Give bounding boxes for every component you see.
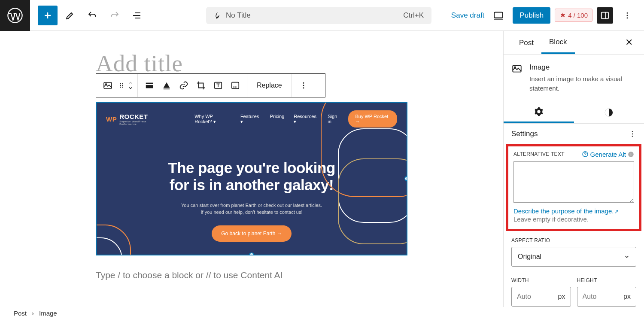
svg-point-3 — [627, 12, 628, 13]
svg-point-25 — [632, 133, 633, 134]
redo-button[interactable] — [105, 6, 125, 25]
svg-point-11 — [122, 85, 123, 86]
post-title-input[interactable]: Add title — [96, 50, 503, 77]
svg-rect-14 — [146, 83, 153, 84]
command-bar[interactable]: No Title Ctrl+K — [206, 7, 431, 24]
settings-sidebar: Post Block ✕ Image Insert an image to ma… — [503, 31, 644, 307]
align-button[interactable] — [141, 77, 158, 94]
tab-post[interactable]: Post — [511, 32, 541, 53]
svg-point-18 — [303, 82, 304, 84]
svg-point-10 — [120, 85, 121, 86]
svg-point-13 — [122, 87, 123, 88]
block-name: Image — [529, 63, 636, 72]
generate-alt-button[interactable]: Generate Alt — [582, 151, 634, 158]
svg-rect-2 — [601, 12, 609, 18]
tab-block[interactable]: Block — [541, 31, 575, 54]
svg-point-12 — [120, 87, 121, 88]
svg-rect-15 — [146, 85, 153, 88]
move-down-button[interactable] — [127, 85, 134, 91]
svg-point-9 — [122, 83, 123, 85]
svg-point-19 — [303, 85, 304, 86]
alt-text-help: Leave empty if decorative. — [513, 216, 634, 223]
editor-canvas[interactable]: Add title — [0, 31, 503, 307]
document-overview-button[interactable] — [127, 6, 147, 25]
width-label: WIDTH — [511, 277, 529, 283]
caption-button[interactable] — [158, 77, 175, 94]
preview-button[interactable] — [489, 6, 508, 25]
svg-point-22 — [514, 67, 516, 68]
edit-tool-button[interactable] — [60, 6, 80, 25]
settings-more-button[interactable] — [629, 130, 636, 138]
publish-button[interactable]: Publish — [513, 7, 550, 24]
close-sidebar-button[interactable]: ✕ — [622, 35, 636, 50]
svg-point-4 — [627, 15, 628, 16]
command-shortcut: Ctrl+K — [403, 11, 424, 20]
drag-handle[interactable] — [117, 77, 126, 94]
wp-rocket-logo: WP ROCKET Superior WordPress Performance — [106, 113, 160, 125]
duotone-button[interactable] — [227, 77, 243, 94]
svg-point-24 — [632, 131, 633, 132]
svg-point-8 — [120, 83, 121, 85]
width-input[interactable] — [517, 293, 558, 301]
editor-topbar: No Title Ctrl+K Save draft Publish 4 / 1… — [0, 0, 644, 31]
text-overlay-button[interactable] — [210, 77, 226, 94]
block-more-button[interactable] — [295, 77, 312, 94]
resize-handle-right[interactable] — [404, 176, 407, 181]
link-button[interactable] — [176, 77, 192, 94]
block-toolbar: Replace — [96, 73, 325, 97]
block-appender-prompt[interactable]: Type / to choose a block or // to use Co… — [96, 270, 503, 280]
image-icon — [511, 63, 522, 93]
replace-image-button[interactable]: Replace — [251, 82, 288, 89]
svg-rect-1 — [495, 12, 503, 18]
workspace: Add title — [0, 31, 644, 307]
leaf-icon — [214, 12, 222, 19]
settings-heading: Settings — [511, 130, 538, 138]
alt-text-label: ALTERNATIVE TEXT — [513, 151, 565, 157]
height-input[interactable] — [583, 293, 624, 301]
image-block[interactable]: WP ROCKET Superior WordPress Performance… — [96, 102, 407, 255]
block-description: Insert an image to make a visual stateme… — [529, 74, 636, 93]
svg-point-20 — [303, 87, 304, 88]
alt-text-input[interactable] — [513, 161, 634, 203]
resize-handle-bottom[interactable] — [249, 252, 254, 255]
alt-text-help-link[interactable]: Describe the purpose of the image.↗ — [513, 207, 619, 215]
aspect-ratio-label: ASPECT RATIO — [511, 237, 550, 243]
block-card: Image Insert an image to make a visual s… — [504, 55, 644, 102]
height-input-wrapper: px — [577, 287, 637, 307]
move-up-button[interactable] — [127, 80, 134, 85]
save-draft-button[interactable]: Save draft — [451, 11, 485, 20]
document-title: No Title — [226, 11, 251, 20]
aspect-ratio-select[interactable]: Original — [511, 247, 636, 267]
undo-button[interactable] — [82, 6, 102, 25]
crop-button[interactable] — [193, 77, 209, 94]
add-block-button[interactable] — [38, 6, 58, 25]
styles-tab[interactable] — [574, 102, 644, 123]
decoration — [338, 158, 407, 244]
svg-point-7 — [106, 84, 106, 85]
width-input-wrapper: px — [511, 287, 571, 307]
alt-text-section: ALTERNATIVE TEXT Generate Alt Describe t… — [506, 144, 641, 231]
options-button[interactable] — [617, 6, 637, 25]
svg-point-26 — [632, 136, 633, 137]
svg-rect-17 — [232, 82, 239, 89]
wordpress-logo[interactable] — [0, 0, 30, 31]
svg-point-0 — [8, 8, 22, 22]
height-label: HEIGHT — [577, 277, 597, 283]
sidebar-toggle-button[interactable] — [597, 7, 613, 24]
settings-tab[interactable] — [504, 102, 574, 123]
svg-point-5 — [627, 17, 628, 18]
seo-score-badge[interactable]: 4 / 100 — [555, 9, 592, 22]
block-type-button[interactable] — [100, 77, 116, 94]
